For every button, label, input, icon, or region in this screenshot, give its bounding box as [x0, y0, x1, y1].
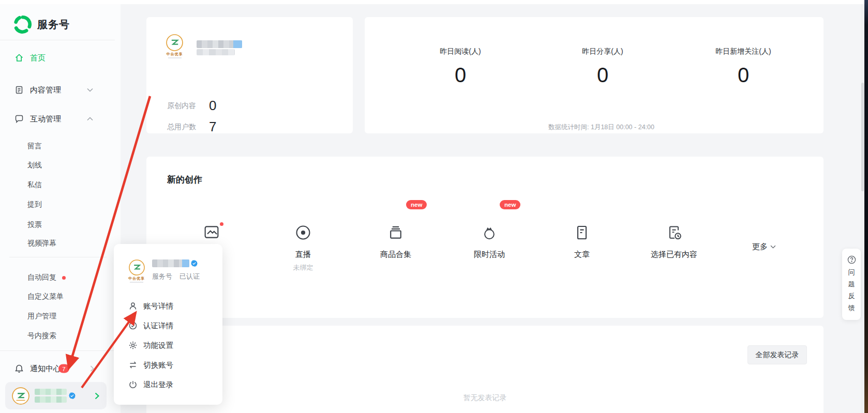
sidebar-item-user-mgmt[interactable]: 用户管理 [0, 309, 115, 324]
account-type-label: 服务号 [152, 272, 172, 281]
chevron-right-icon [95, 392, 99, 400]
notification-dot [62, 276, 66, 280]
app-title: 服务号 [37, 18, 70, 32]
create-item-product-collection[interactable]: new 商品合集 [357, 202, 435, 259]
new-dot [220, 222, 223, 226]
feedback-char: 反 [848, 290, 855, 302]
sidebar-item-interact-mgmt[interactable]: 互动管理 [0, 111, 115, 127]
product-collection-icon [387, 224, 404, 241]
brand-logo-icon [13, 14, 33, 34]
create-item-label: 文章 [543, 250, 621, 259]
sidebar-item-label: 提到 [27, 200, 42, 209]
sidebar: 服务号 首页 内容管理 [0, 4, 121, 413]
sidebar-item-label: 视频弹幕 [27, 239, 56, 248]
avatar-caption-sub [130, 282, 143, 283]
menu-item-label: 认证详情 [143, 321, 173, 331]
sidebar-item-label: 互动管理 [30, 114, 61, 124]
create-item-label: 限时活动 [451, 250, 528, 259]
sidebar-item-notification-center[interactable]: 通知中心 7 [0, 361, 115, 376]
account-overview-card: 中合优享 原创内容 0 总用户数 7 [146, 17, 353, 133]
gear-icon [128, 341, 138, 350]
sidebar-item-label: 用户管理 [27, 312, 56, 321]
divider [0, 350, 115, 351]
scrollbar-thumb[interactable] [861, 83, 864, 191]
live-icon [295, 224, 311, 241]
popup-account-info: 服务号 已认证 [152, 259, 200, 283]
chevron-down-icon [87, 88, 93, 92]
total-users-row: 总用户数 7 [167, 119, 216, 135]
current-account-chip[interactable] [5, 382, 107, 409]
window-edge [864, 0, 868, 413]
popup-header: 中合优享 服务号 已认证 [128, 259, 200, 283]
scrollbar-track[interactable] [861, 0, 864, 413]
sidebar-item-mentions[interactable]: 提到 [0, 197, 115, 212]
more-button[interactable]: 更多 [752, 242, 776, 252]
sidebar-item-auto-reply[interactable]: 自动回复 [0, 270, 115, 285]
stat-label: 昨日新增关注(人) [686, 47, 800, 56]
sidebar-item-content-mgmt[interactable]: 内容管理 [0, 82, 115, 98]
new-badge: new [500, 200, 520, 209]
sidebar-item-messages[interactable]: 留言 [0, 139, 115, 154]
stat-value: 0 [403, 64, 517, 87]
article-icon [574, 224, 590, 241]
divider [9, 257, 107, 257]
user-icon [128, 301, 138, 311]
image-icon [203, 224, 220, 240]
sidebar-item-home[interactable]: 首页 [0, 50, 115, 66]
yesterday-stats-card: 昨日阅读(人) 0 昨日分享(人) 0 昨日新增关注(人) 0 数据统计时间: … [365, 17, 824, 133]
stat-new-followers: 昨日新增关注(人) 0 [686, 47, 800, 87]
menu-item-logout[interactable]: 退出登录 [114, 375, 222, 394]
original-content-value: 0 [209, 98, 216, 114]
sidebar-item-label: 划线 [27, 161, 42, 170]
menu-item-switch-account[interactable]: 切换账号 [114, 355, 222, 375]
create-item-label: 商品合集 [357, 250, 435, 259]
publish-records-card: 全部发表记录 暂无发表记录 [146, 326, 824, 413]
avatar: 中合优享 [166, 34, 183, 58]
chevron-up-icon [87, 117, 93, 121]
sidebar-item-label: 通知中心 [30, 364, 61, 374]
create-item-existing-content[interactable]: 选择已有内容 [635, 202, 713, 259]
button-label: 全部发表记录 [756, 350, 799, 360]
sidebar-item-votes[interactable]: 投票 [0, 218, 115, 232]
original-content-label: 原创内容 [167, 101, 196, 111]
menu-item-feature-settings[interactable]: 功能设置 [114, 335, 222, 355]
menu-item-verification-details[interactable]: 认证详情 [114, 316, 222, 335]
sidebar-item-video-danmu[interactable]: 视频弹幕 [0, 236, 115, 251]
account-name-blurred [152, 259, 189, 267]
sidebar-item-custom-menu[interactable]: 自定义菜单 [0, 289, 115, 304]
notification-count-badge: 7 [58, 364, 69, 373]
stats-footnote: 数据统计时间: 1月18日 00:00 - 24:00 [365, 123, 838, 132]
menu-item-account-details[interactable]: 账号详情 [114, 296, 222, 316]
create-item-limited-activity[interactable]: new 限时活动 [451, 202, 528, 259]
feedback-char: 题 [848, 278, 855, 290]
stat-share: 昨日分享(人) 0 [546, 47, 660, 87]
create-item-label: 选择已有内容 [635, 250, 713, 259]
stat-value: 0 [546, 64, 660, 87]
new-creation-card: 新的创作 直播 [146, 157, 824, 318]
avatar [12, 387, 29, 405]
create-item-image[interactable] [173, 202, 250, 242]
sidebar-item-label: 首页 [30, 53, 46, 63]
verified-badge-icon [191, 260, 198, 267]
sidebar-item-underline[interactable]: 划线 [0, 158, 115, 173]
avatar-caption: 中合优享 [128, 277, 145, 281]
all-publish-records-button[interactable]: 全部发表记录 [747, 345, 807, 364]
sidebar-item-label: 自动回复 [27, 273, 56, 282]
feedback-char: 问 [848, 266, 855, 278]
feedback-button[interactable]: 问 题 反 馈 [842, 249, 861, 320]
account-popup-menu: 中合优享 服务号 已认证 [114, 244, 222, 405]
original-content-row: 原创内容 0 [167, 98, 216, 114]
menu-item-label: 切换账号 [143, 360, 173, 370]
stat-label: 昨日分享(人) [546, 47, 660, 56]
sidebar-item-private-msg[interactable]: 私信 [0, 178, 115, 192]
power-icon [128, 380, 138, 389]
sidebar-item-account-search[interactable]: 号内搜索 [0, 329, 115, 343]
account-name-blurred [197, 40, 242, 55]
create-item-article[interactable]: 文章 [543, 202, 621, 259]
avatar-caption: 中合优享 [167, 52, 183, 56]
bell-icon [14, 364, 24, 373]
create-item-live[interactable]: 直播 未绑定 [264, 202, 342, 272]
more-label: 更多 [752, 242, 768, 252]
create-item-label: 直播 [264, 250, 342, 259]
top-strip [0, 0, 864, 4]
